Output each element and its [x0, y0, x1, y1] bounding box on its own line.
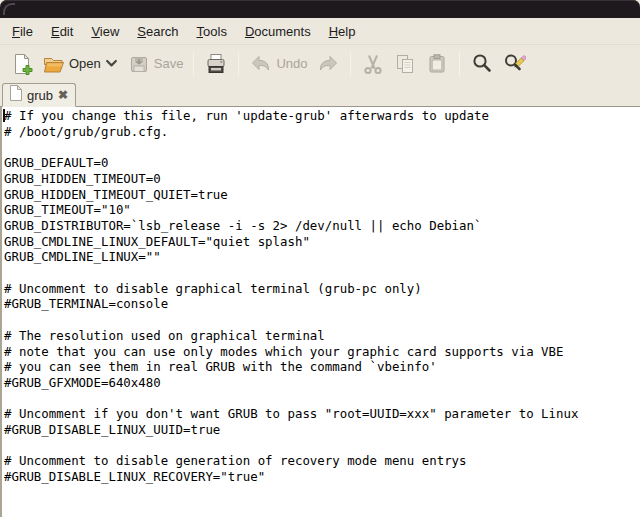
print-button[interactable]: [200, 49, 232, 79]
cut-icon: [361, 52, 385, 76]
redo-icon: [316, 52, 340, 76]
toolbar-separator: [193, 52, 194, 76]
open-button-label: Open: [69, 56, 101, 71]
find-replace-button[interactable]: [498, 49, 530, 79]
find-button[interactable]: [466, 49, 498, 79]
menu-item-tools[interactable]: Tools: [188, 18, 236, 44]
gedit-window: File Edit View Search Tools Documents He…: [0, 0, 640, 517]
paste-button: [421, 49, 453, 79]
tab-label: grub: [27, 88, 53, 103]
copy-icon: [393, 52, 417, 76]
chevron-down-icon[interactable]: [104, 56, 119, 71]
redo-button: [312, 49, 344, 79]
editor-content: # If you change this file, run 'update-g…: [2, 107, 640, 485]
text-editor-area[interactable]: # If you change this file, run 'update-g…: [0, 107, 640, 517]
menu-item-edit[interactable]: Edit: [42, 18, 82, 44]
cut-button: [357, 49, 389, 79]
open-folder-icon: [42, 52, 66, 76]
save-button-label: Save: [154, 56, 184, 71]
print-icon: [204, 52, 228, 76]
new-document-button[interactable]: [6, 49, 38, 79]
toolbar: Open Save: [0, 45, 640, 82]
new-document-icon: [10, 52, 34, 76]
toolbar-separator: [350, 52, 351, 76]
save-icon: [127, 52, 151, 76]
menubar: File Edit View Search Tools Documents He…: [0, 18, 640, 45]
titlebar[interactable]: [0, 0, 640, 18]
document-icon: [9, 85, 22, 105]
close-tab-icon[interactable]: ✖: [58, 89, 68, 101]
menu-item-documents[interactable]: Documents: [236, 18, 320, 44]
find-replace-icon: [502, 52, 526, 76]
save-button: Save: [123, 49, 188, 79]
undo-button: Undo: [245, 49, 311, 79]
tabbar: grub ✖: [0, 82, 640, 107]
undo-icon: [249, 52, 273, 76]
menu-item-file[interactable]: File: [3, 18, 42, 44]
toolbar-separator: [459, 52, 460, 76]
text-cursor: [3, 109, 5, 122]
paste-icon: [425, 52, 449, 76]
toolbar-separator: [238, 52, 239, 76]
menu-item-help[interactable]: Help: [320, 18, 365, 44]
tab-grub[interactable]: grub ✖: [2, 83, 76, 107]
menu-item-search[interactable]: Search: [128, 18, 187, 44]
find-icon: [470, 52, 494, 76]
menu-item-view[interactable]: View: [82, 18, 128, 44]
open-button[interactable]: Open: [38, 49, 123, 79]
copy-button: [389, 49, 421, 79]
titlebar-corner-highlight: [3, 3, 15, 15]
undo-button-label: Undo: [276, 56, 307, 71]
